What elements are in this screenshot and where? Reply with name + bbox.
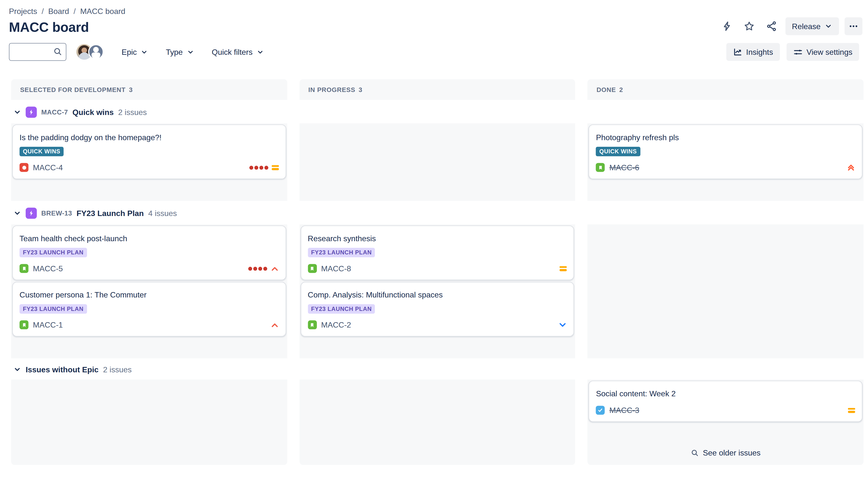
column-count: 3: [129, 86, 133, 93]
share-icon: [766, 21, 777, 32]
chevron-down-icon[interactable]: [13, 209, 21, 217]
days-in-column-dots: [249, 166, 268, 169]
column-count: 3: [359, 86, 363, 93]
epic-filter-dropdown[interactable]: Epic: [122, 48, 148, 57]
swimlane-header-issues-without-epic: Issues without Epic 2 issues: [11, 358, 864, 380]
swimlane-issue-count: 4 issues: [148, 209, 177, 218]
member-avatars: [76, 44, 104, 60]
see-older-issues-button[interactable]: See older issues: [690, 448, 761, 457]
issue-card-macc-2[interactable]: Comp. Analysis: Multifunctional spaces F…: [301, 282, 574, 337]
column-name: IN PROGRESS: [308, 86, 355, 93]
star-icon: [743, 21, 754, 32]
issue-card-macc-1[interactable]: Customer persona 1: The Commuter FY23 LA…: [12, 282, 286, 337]
board-toolbar: Epic Type Quick filters Insights: [0, 43, 868, 61]
type-filter-dropdown[interactable]: Type: [166, 48, 194, 57]
ellipsis-icon: [848, 21, 859, 31]
lightning-icon: [721, 21, 732, 32]
label-badge-fy23-launch-plan: FY23 LAUNCH PLAN: [308, 248, 375, 257]
insights-button-label: Insights: [746, 48, 773, 57]
label-badge-fy23-launch-plan: FY23 LAUNCH PLAN: [20, 304, 87, 313]
label-badge-quick-wins: QUICK WINS: [596, 147, 640, 156]
swimlane-issue-count: 2 issues: [118, 108, 147, 117]
breadcrumb-current[interactable]: MACC board: [80, 7, 125, 16]
issue-key: MACC-1: [33, 321, 63, 330]
release-button[interactable]: Release: [785, 18, 839, 35]
toolbar-right: Insights View settings: [726, 43, 859, 61]
insights-icon: [733, 47, 742, 57]
cell-done-fy23: [588, 224, 864, 358]
chevron-down-icon[interactable]: [13, 108, 21, 116]
cell-selected-no-epic: [11, 380, 287, 465]
story-icon: [20, 264, 29, 273]
issue-card-macc-6[interactable]: Photography refresh pls QUICK WINS MACC-…: [589, 124, 862, 179]
breadcrumb: Projects / Board / MACC board: [9, 7, 859, 16]
more-actions-button[interactable]: [844, 18, 862, 35]
column-headers: SELECTED FOR DEVELOPMENT 3 IN PROGRESS 3…: [11, 79, 864, 100]
priority-highest-icon: [847, 163, 855, 171]
unassigned-avatar[interactable]: [88, 44, 104, 60]
cell-inprogress-no-epic: [299, 380, 575, 465]
swimlane-quick-wins: Is the padding dodgy on the homepage?! Q…: [11, 123, 864, 201]
column-header-done: DONE 2: [588, 79, 864, 100]
search-input[interactable]: [9, 43, 66, 61]
card-footer: MACC-4: [20, 163, 279, 172]
issue-card-macc-3[interactable]: Social content: Week 2 MACC-3: [589, 381, 862, 422]
column-header-selected-for-development: SELECTED FOR DEVELOPMENT 3: [11, 79, 287, 100]
issue-key: MACC-5: [33, 264, 63, 273]
quick-filters-dropdown[interactable]: Quick filters: [212, 48, 264, 57]
priority-medium-icon: [271, 165, 279, 170]
card-footer: MACC-6: [596, 163, 855, 172]
quick-add-button[interactable]: [718, 18, 735, 34]
chevron-down-icon: [141, 48, 148, 56]
sliders-icon: [793, 47, 803, 57]
insights-button[interactable]: Insights: [726, 43, 780, 61]
chevron-down-icon: [187, 48, 194, 56]
issue-key: MACC-3: [609, 406, 639, 415]
cell-done-quick-wins: Photography refresh pls QUICK WINS MACC-…: [588, 123, 864, 201]
share-button[interactable]: [763, 18, 779, 34]
release-button-label: Release: [792, 22, 820, 31]
swimlane-epic-key[interactable]: MACC-7: [41, 108, 68, 116]
epic-icon: [26, 208, 37, 219]
priority-medium-icon: [848, 408, 855, 413]
issue-key: MACC-2: [321, 321, 351, 330]
column-name: DONE: [597, 86, 616, 93]
issue-title: Comp. Analysis: Multifunctional spaces: [308, 289, 567, 300]
column-name: SELECTED FOR DEVELOPMENT: [20, 86, 126, 93]
swimlane-epic-name: FY23 Launch Plan: [76, 209, 144, 218]
priority-low-icon: [559, 322, 567, 328]
card-footer: MACC-8: [308, 264, 567, 273]
swimlane-epic-name: Quick wins: [72, 108, 114, 117]
epic-filter-label: Epic: [122, 48, 137, 57]
bug-icon: [20, 163, 29, 172]
card-footer: MACC-1: [20, 321, 279, 330]
view-settings-button[interactable]: View settings: [786, 43, 859, 61]
quick-filters-label: Quick filters: [212, 48, 253, 57]
issue-title: Is the padding dodgy on the homepage?!: [20, 131, 279, 143]
issue-card-macc-4[interactable]: Is the padding dodgy on the homepage?! Q…: [12, 124, 286, 179]
column-header-in-progress: IN PROGRESS 3: [299, 79, 575, 100]
breadcrumb-projects[interactable]: Projects: [9, 7, 37, 16]
label-badge-fy23-launch-plan: FY23 LAUNCH PLAN: [308, 304, 375, 313]
view-settings-button-label: View settings: [807, 48, 852, 57]
label-badge-quick-wins: QUICK WINS: [20, 147, 64, 156]
story-icon: [308, 321, 317, 330]
swimlane-epic-key[interactable]: BREW-13: [41, 209, 72, 217]
epic-icon: [26, 107, 37, 118]
breadcrumb-board[interactable]: Board: [48, 7, 69, 16]
chevron-down-icon[interactable]: [13, 365, 21, 373]
days-in-column-dots: [248, 266, 267, 270]
issue-card-macc-8[interactable]: Research synthesis FY23 LAUNCH PLAN MACC…: [301, 226, 574, 280]
search-box: [9, 43, 66, 61]
task-icon: [596, 406, 605, 415]
story-icon: [596, 163, 605, 172]
issue-title: Social content: Week 2: [596, 388, 855, 399]
favourite-button[interactable]: [741, 18, 757, 34]
priority-medium-icon: [560, 266, 567, 271]
cell-selected-quick-wins: Is the padding dodgy on the homepage?! Q…: [11, 123, 287, 201]
priority-high-icon: [271, 265, 279, 272]
see-older-issues-label: See older issues: [703, 448, 761, 457]
swimlane-name: Issues without Epic: [26, 365, 98, 374]
type-filter-label: Type: [166, 48, 183, 57]
issue-card-macc-5[interactable]: Team health check post-launch FY23 LAUNC…: [12, 226, 286, 280]
